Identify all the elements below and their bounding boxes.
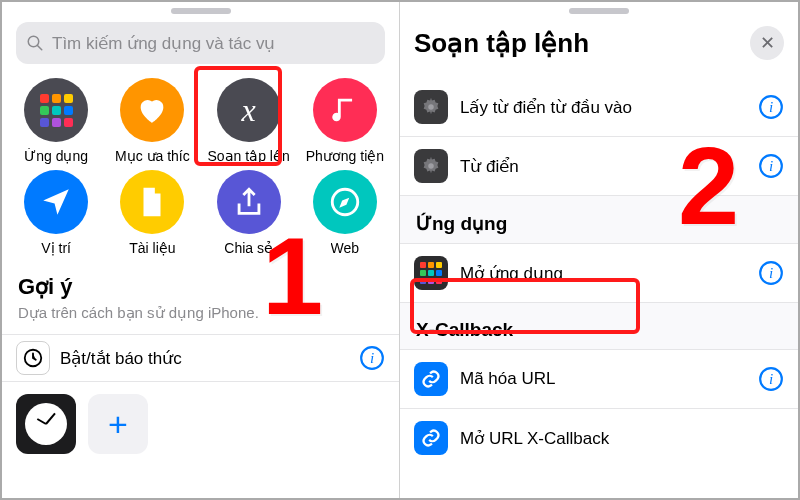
- svg-text:i: i: [370, 349, 374, 366]
- sheet-grabber[interactable]: [569, 8, 629, 14]
- info-icon[interactable]: i: [359, 345, 385, 371]
- action-row-open-xcallback-url[interactable]: Mở URL X-Callback: [400, 409, 798, 467]
- category-grid: Ứng dụng Mục ưa thíc x Soạn tập lện Phươ…: [2, 78, 399, 256]
- share-icon: [217, 170, 281, 234]
- search-input[interactable]: Tìm kiếm ứng dụng và tác vụ: [16, 22, 385, 64]
- location-arrow-icon: [24, 170, 88, 234]
- apps-grid-icon: [414, 256, 448, 290]
- action-label: Mở ứng dụng: [460, 263, 758, 284]
- category-scripting[interactable]: x Soạn tập lện: [201, 78, 297, 164]
- clock-app-tile[interactable]: [16, 394, 76, 454]
- suggestions-header: Gợi ý: [2, 256, 399, 302]
- category-media[interactable]: Phương tiện: [297, 78, 393, 164]
- left-pane: Tìm kiếm ứng dụng và tác vụ Ứng dụng Mục…: [2, 2, 400, 498]
- category-apps[interactable]: Ứng dụng: [8, 78, 104, 164]
- category-label: Web: [331, 240, 360, 256]
- link-icon: [414, 362, 448, 396]
- section-header-xcallback: X-Callback: [400, 303, 798, 350]
- category-label: Tài liệu: [129, 240, 175, 256]
- category-label: Phương tiện: [306, 148, 384, 164]
- category-label: Soạn tập lện: [207, 148, 289, 164]
- suggestion-row-alarm[interactable]: Bật/tắt báo thức i: [2, 334, 399, 382]
- category-share[interactable]: Chia sẻ: [201, 170, 297, 256]
- action-label: Lấy từ điển từ đầu vào: [460, 97, 758, 118]
- gear-icon: [414, 149, 448, 183]
- gear-icon: [414, 90, 448, 124]
- add-tile[interactable]: +: [88, 394, 148, 454]
- close-icon: ✕: [760, 32, 775, 54]
- category-web[interactable]: Web: [297, 170, 393, 256]
- category-documents[interactable]: Tài liệu: [104, 170, 200, 256]
- heart-icon: [120, 78, 184, 142]
- action-row-open-app[interactable]: Mở ứng dụng i: [400, 244, 798, 303]
- clock-icon: [16, 341, 50, 375]
- category-label: Chia sẻ: [224, 240, 273, 256]
- info-icon[interactable]: i: [758, 153, 784, 179]
- close-button[interactable]: ✕: [750, 26, 784, 60]
- link-icon: [414, 421, 448, 455]
- category-favorites[interactable]: Mục ưa thíc: [104, 78, 200, 164]
- svg-text:i: i: [769, 157, 773, 174]
- right-header: Soạn tập lệnh ✕: [400, 22, 798, 78]
- action-label: Mở URL X-Callback: [460, 428, 784, 449]
- info-icon[interactable]: i: [758, 260, 784, 286]
- plus-icon: +: [108, 405, 128, 444]
- action-row-get-dictionary[interactable]: Lấy từ điển từ đầu vào i: [400, 78, 798, 137]
- suggestion-label: Bật/tắt báo thức: [60, 348, 359, 369]
- svg-text:i: i: [769, 264, 773, 281]
- action-row-encode-url[interactable]: Mã hóa URL i: [400, 350, 798, 409]
- sheet-grabber[interactable]: [171, 8, 231, 14]
- music-note-icon: [313, 78, 377, 142]
- svg-text:i: i: [769, 370, 773, 387]
- category-label: Ứng dụng: [24, 148, 88, 164]
- script-x-icon: x: [217, 78, 281, 142]
- compass-icon: [313, 170, 377, 234]
- search-icon: [26, 34, 44, 52]
- svg-text:i: i: [769, 98, 773, 115]
- document-icon: [120, 170, 184, 234]
- svg-line-1: [37, 45, 42, 50]
- suggestion-tiles: +: [2, 382, 399, 466]
- page-title: Soạn tập lệnh: [414, 28, 750, 59]
- apps-grid-icon: [24, 78, 88, 142]
- suggestions-subtitle: Dựa trên cách bạn sử dụng iPhone.: [2, 302, 399, 334]
- info-icon[interactable]: i: [758, 366, 784, 392]
- category-label: Mục ưa thíc: [115, 148, 190, 164]
- action-label: Từ điển: [460, 156, 758, 177]
- action-label: Mã hóa URL: [460, 369, 758, 389]
- section-header-app: Ứng dụng: [400, 196, 798, 244]
- action-row-dictionary[interactable]: Từ điển i: [400, 137, 798, 196]
- search-placeholder: Tìm kiếm ứng dụng và tác vụ: [52, 33, 275, 54]
- category-label: Vị trí: [41, 240, 71, 256]
- info-icon[interactable]: i: [758, 94, 784, 120]
- category-location[interactable]: Vị trí: [8, 170, 104, 256]
- right-pane: Soạn tập lệnh ✕ Lấy từ điển từ đầu vào i…: [400, 2, 798, 498]
